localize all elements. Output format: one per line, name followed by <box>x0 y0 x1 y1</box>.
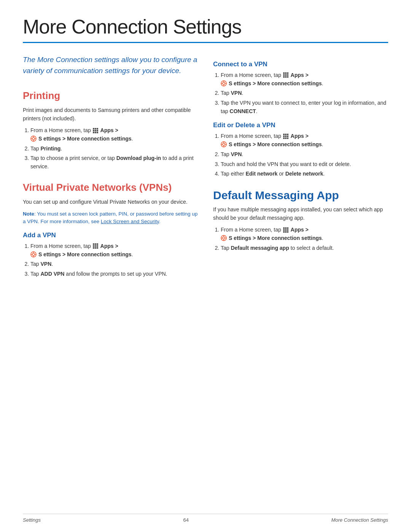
apps-icon-ev1 <box>283 133 291 139</box>
connect-vpn-step-3: Tap the VPN you want to connect to, ente… <box>221 99 388 115</box>
svg-point-70 <box>223 237 225 239</box>
footer-right: More Connection Settings <box>331 517 388 523</box>
vpn-note: Note: You must set a screen lock pattern… <box>23 210 198 226</box>
vpn-description: You can set up and configure Virtual Pri… <box>23 198 198 206</box>
vpn-section: Virtual Private Networks (VPNs) You can … <box>23 182 198 278</box>
page-title: More Connection Settings <box>23 15 388 38</box>
settings-icon-cv1 <box>221 80 229 86</box>
settings-icon-ev1 <box>221 141 229 147</box>
printing-step-2: Tap Printing. <box>30 145 198 153</box>
svg-rect-7 <box>95 132 96 133</box>
printing-description: Print images and documents to Samsung pr… <box>23 106 198 123</box>
svg-point-10 <box>32 137 35 140</box>
svg-rect-50 <box>287 136 288 137</box>
settings-icon-dm1 <box>221 235 229 241</box>
svg-rect-46 <box>285 134 287 135</box>
apps-icon-cv1 <box>283 72 291 78</box>
svg-rect-53 <box>287 137 288 139</box>
svg-rect-30 <box>283 72 285 74</box>
svg-rect-3 <box>93 130 94 131</box>
apps-icon-av1 <box>92 243 100 249</box>
svg-rect-68 <box>287 231 288 233</box>
svg-rect-5 <box>97 130 98 131</box>
apps-icon-dm1 <box>283 227 291 233</box>
footer-page-number: 64 <box>183 517 188 523</box>
default-messaging-description: If you have multiple messaging apps inst… <box>213 206 388 222</box>
svg-rect-21 <box>93 247 94 249</box>
svg-rect-31 <box>285 72 287 74</box>
default-messaging-step-2: Tap Default messaging app to select a de… <box>221 244 388 252</box>
svg-rect-22 <box>95 247 96 249</box>
printing-step-1: From a Home screen, tap <box>30 126 198 143</box>
connect-vpn-step-1: From a Home screen, tap <box>221 71 388 88</box>
footer: Settings 64 More Connection Settings <box>23 514 388 523</box>
left-column: The More Connection settings allow you t… <box>23 54 198 289</box>
svg-rect-17 <box>97 243 98 245</box>
connect-vpn-steps: From a Home screen, tap <box>221 71 388 115</box>
edit-vpn-step-1: From a Home screen, tap <box>221 132 388 149</box>
edit-vpn-subsection: Edit or Delete a VPN From a Home screen,… <box>213 121 388 178</box>
svg-rect-4 <box>95 130 96 131</box>
svg-rect-33 <box>283 74 285 76</box>
svg-rect-2 <box>97 128 98 129</box>
svg-rect-0 <box>93 128 94 129</box>
svg-rect-51 <box>283 137 285 139</box>
svg-rect-15 <box>93 243 94 245</box>
svg-rect-48 <box>283 136 285 137</box>
default-messaging-heading: Default Messaging App <box>213 189 388 202</box>
svg-rect-66 <box>283 231 285 233</box>
svg-rect-60 <box>283 227 285 229</box>
svg-rect-19 <box>95 245 96 247</box>
add-vpn-subsection: Add a VPN From a Home screen, tap <box>23 232 198 278</box>
add-vpn-heading: Add a VPN <box>23 232 198 239</box>
svg-rect-36 <box>283 76 285 78</box>
svg-rect-62 <box>287 227 288 229</box>
svg-rect-67 <box>285 231 287 233</box>
default-messaging-steps: From a Home screen, tap <box>221 226 388 252</box>
printing-heading: Printing <box>23 90 198 102</box>
svg-rect-16 <box>95 243 96 245</box>
lock-screen-link[interactable]: Lock Screen and Security <box>101 219 159 224</box>
svg-rect-35 <box>287 74 288 76</box>
default-messaging-step-1: From a Home screen, tap <box>221 226 388 242</box>
connect-vpn-heading: Connect to a VPN <box>213 61 388 68</box>
svg-point-25 <box>32 253 35 256</box>
add-vpn-step-3: Tap ADD VPN and follow the prompts to se… <box>30 270 198 278</box>
title-underline <box>23 42 388 43</box>
page: More Connection Settings The More Connec… <box>0 0 411 532</box>
svg-point-40 <box>223 82 225 85</box>
svg-rect-47 <box>287 134 288 135</box>
svg-rect-61 <box>285 227 287 229</box>
svg-rect-18 <box>93 245 94 247</box>
printing-steps: From a Home screen, tap <box>30 126 198 171</box>
svg-rect-65 <box>287 229 288 231</box>
settings-icon-p1 <box>30 136 38 142</box>
connect-vpn-step-2: Tap VPN. <box>221 89 388 97</box>
edit-vpn-heading: Edit or Delete a VPN <box>213 121 388 129</box>
svg-rect-32 <box>287 72 288 74</box>
svg-rect-23 <box>97 247 98 249</box>
svg-rect-34 <box>285 74 287 76</box>
svg-rect-64 <box>285 229 287 231</box>
svg-rect-20 <box>97 245 98 247</box>
edit-vpn-steps: From a Home screen, tap <box>221 132 388 178</box>
svg-rect-8 <box>97 132 98 133</box>
footer-left: Settings <box>23 517 41 523</box>
add-vpn-steps: From a Home screen, tap <box>30 242 198 278</box>
svg-point-55 <box>223 143 225 145</box>
svg-rect-63 <box>283 229 285 231</box>
content-columns: The More Connection settings allow you t… <box>23 54 388 289</box>
printing-section: Printing Print images and documents to S… <box>23 90 198 171</box>
vpn-heading: Virtual Private Networks (VPNs) <box>23 182 198 193</box>
svg-rect-1 <box>95 128 96 129</box>
intro-text: The More Connection settings allow you t… <box>23 54 198 76</box>
svg-rect-37 <box>285 76 287 78</box>
svg-rect-38 <box>287 76 288 78</box>
apps-icon-p1 <box>92 127 100 133</box>
settings-icon-av1 <box>30 251 38 257</box>
svg-rect-52 <box>285 137 287 139</box>
svg-rect-49 <box>285 136 287 137</box>
edit-vpn-step-4: Tap either Edit network or Delete networ… <box>221 170 388 178</box>
svg-rect-6 <box>93 132 94 133</box>
right-column: Connect to a VPN From a Home screen, tap <box>213 54 388 289</box>
